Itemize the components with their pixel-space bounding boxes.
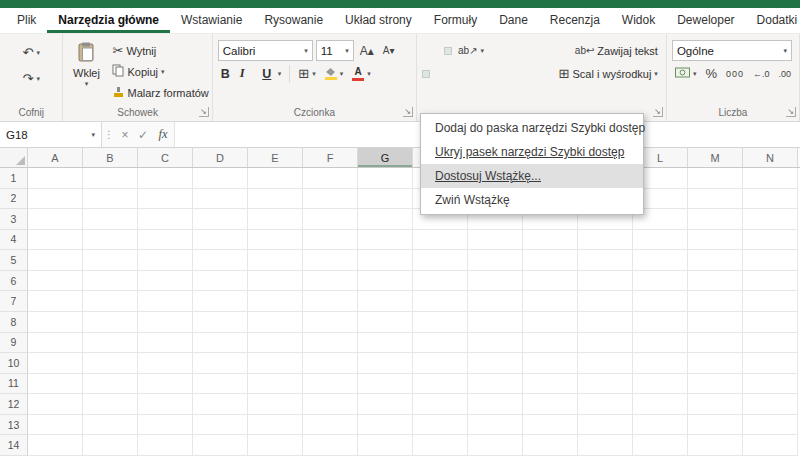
- cell-K12[interactable]: [578, 394, 633, 415]
- cell-M14[interactable]: [688, 435, 743, 456]
- cell-F14[interactable]: [303, 435, 358, 456]
- cell-J13[interactable]: [523, 415, 578, 436]
- cell-H11[interactable]: [413, 374, 468, 395]
- cell-C13[interactable]: [138, 415, 193, 436]
- cell-D10[interactable]: [193, 353, 248, 374]
- cell-H10[interactable]: [413, 353, 468, 374]
- cell-G8[interactable]: [358, 312, 413, 333]
- font-color-button[interactable]: A▾: [349, 66, 374, 82]
- copy-button[interactable]: Kopiuj▾: [109, 61, 211, 82]
- cell-G3[interactable]: [358, 209, 413, 230]
- cell-B2[interactable]: [83, 189, 138, 210]
- cell-D3[interactable]: [193, 209, 248, 230]
- cell-A11[interactable]: [28, 374, 83, 395]
- cell-M7[interactable]: [688, 291, 743, 312]
- row-header-4[interactable]: 4: [0, 230, 28, 251]
- cell-E5[interactable]: [248, 250, 303, 271]
- cell-I14[interactable]: [468, 435, 523, 456]
- cell-M1[interactable]: [688, 168, 743, 189]
- cell-D7[interactable]: [193, 291, 248, 312]
- cell-E2[interactable]: [248, 189, 303, 210]
- tab-układ-strony[interactable]: Układ strony: [334, 8, 423, 33]
- cell-D8[interactable]: [193, 312, 248, 333]
- cell-N7[interactable]: [743, 291, 798, 312]
- cell-B6[interactable]: [83, 271, 138, 292]
- cell-K6[interactable]: [578, 271, 633, 292]
- cell-M4[interactable]: [688, 230, 743, 251]
- cell-J4[interactable]: [523, 230, 578, 251]
- cell-A13[interactable]: [28, 415, 83, 436]
- column-header-B[interactable]: B: [83, 148, 138, 167]
- column-header-E[interactable]: E: [248, 148, 303, 167]
- cell-C4[interactable]: [138, 230, 193, 251]
- cell-F9[interactable]: [303, 333, 358, 354]
- row-header-2[interactable]: 2: [0, 189, 28, 210]
- row-header-5[interactable]: 5: [0, 250, 28, 271]
- cell-I6[interactable]: [468, 271, 523, 292]
- cell-N13[interactable]: [743, 415, 798, 436]
- font-size-combobox[interactable]: 11▾: [316, 40, 354, 61]
- context-menu-item-4[interactable]: Zwiń Wstążkę: [421, 188, 643, 212]
- cell-I8[interactable]: [468, 312, 523, 333]
- cell-H6[interactable]: [413, 271, 468, 292]
- cell-F11[interactable]: [303, 374, 358, 395]
- cell-F12[interactable]: [303, 394, 358, 415]
- row-header-6[interactable]: 6: [0, 271, 28, 292]
- cell-N12[interactable]: [743, 394, 798, 415]
- cell-N1[interactable]: [743, 168, 798, 189]
- column-header-G[interactable]: G: [358, 148, 413, 167]
- cell-D4[interactable]: [193, 230, 248, 251]
- format-painter-button[interactable]: Malarz formatów: [109, 82, 211, 103]
- cell-L13[interactable]: [633, 415, 688, 436]
- cell-A9[interactable]: [28, 333, 83, 354]
- orientation-button[interactable]: ab↗▾: [455, 45, 487, 57]
- cell-A2[interactable]: [28, 189, 83, 210]
- cell-D2[interactable]: [193, 189, 248, 210]
- tab-recenzja[interactable]: Recenzja: [539, 8, 611, 33]
- cell-F4[interactable]: [303, 230, 358, 251]
- row-header-8[interactable]: 8: [0, 312, 28, 333]
- cell-L7[interactable]: [633, 291, 688, 312]
- cell-C11[interactable]: [138, 374, 193, 395]
- cell-A1[interactable]: [28, 168, 83, 189]
- cell-A4[interactable]: [28, 230, 83, 251]
- cell-E4[interactable]: [248, 230, 303, 251]
- cell-M3[interactable]: [688, 209, 743, 230]
- cell-H8[interactable]: [413, 312, 468, 333]
- cell-L4[interactable]: [633, 230, 688, 251]
- cell-C7[interactable]: [138, 291, 193, 312]
- cell-D1[interactable]: [193, 168, 248, 189]
- cell-G5[interactable]: [358, 250, 413, 271]
- cell-B14[interactable]: [83, 435, 138, 456]
- cell-D13[interactable]: [193, 415, 248, 436]
- cell-L6[interactable]: [633, 271, 688, 292]
- cell-L10[interactable]: [633, 353, 688, 374]
- percent-style-button[interactable]: %: [702, 66, 720, 81]
- row-header-11[interactable]: 11: [0, 374, 28, 395]
- cell-F2[interactable]: [303, 189, 358, 210]
- alignment-dialog-launcher[interactable]: ↘: [653, 107, 663, 117]
- cell-F1[interactable]: [303, 168, 358, 189]
- column-header-N[interactable]: N: [743, 148, 798, 167]
- decrease-font-button[interactable]: A▾: [380, 45, 398, 57]
- align-top-button[interactable]: [422, 47, 430, 55]
- undo-button[interactable]: ↶▾: [20, 45, 43, 60]
- cell-H12[interactable]: [413, 394, 468, 415]
- cell-G1[interactable]: [358, 168, 413, 189]
- cell-L14[interactable]: [633, 435, 688, 456]
- cell-C3[interactable]: [138, 209, 193, 230]
- cell-D12[interactable]: [193, 394, 248, 415]
- row-header-9[interactable]: 9: [0, 333, 28, 354]
- cell-K11[interactable]: [578, 374, 633, 395]
- cell-E7[interactable]: [248, 291, 303, 312]
- cell-H7[interactable]: [413, 291, 468, 312]
- cell-J6[interactable]: [523, 271, 578, 292]
- tab-widok[interactable]: Widok: [611, 8, 666, 33]
- row-header-14[interactable]: 14: [0, 435, 28, 456]
- insert-function-button[interactable]: fx: [152, 122, 174, 147]
- cell-N3[interactable]: [743, 209, 798, 230]
- cell-G4[interactable]: [358, 230, 413, 251]
- cell-C5[interactable]: [138, 250, 193, 271]
- cell-B13[interactable]: [83, 415, 138, 436]
- borders-button[interactable]: ⊞▾: [295, 66, 318, 81]
